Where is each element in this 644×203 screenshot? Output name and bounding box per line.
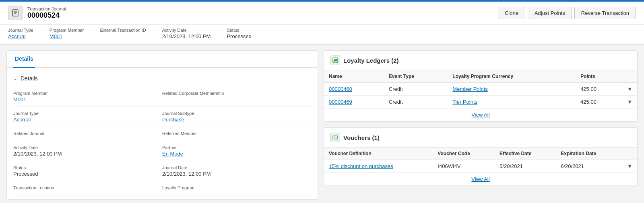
transaction-journal-icon bbox=[8, 6, 23, 20]
detail-journal-type-label: Journal Type bbox=[13, 111, 154, 116]
detail-status-label: Status bbox=[13, 165, 154, 170]
meta-activity-date-value: 2/10/2023, 12:00 PM bbox=[162, 33, 211, 39]
loyalty-ledgers-icon bbox=[330, 55, 340, 65]
col-voucher-actions-header bbox=[622, 148, 637, 160]
chevron-down-icon: ⌄ bbox=[13, 76, 17, 81]
col-event-type: Event Type bbox=[384, 70, 448, 83]
meta-program-member-value[interactable]: M001 bbox=[50, 33, 84, 39]
meta-program-member: Program Member M001 bbox=[50, 28, 84, 39]
col-loyalty-program-currency: Loyalty Program Currency bbox=[448, 70, 576, 83]
svg-point-9 bbox=[334, 137, 334, 138]
detail-journal-type: Journal Type Accrual bbox=[13, 107, 162, 127]
loyalty-ledgers-header: Loyalty Ledgers (2) bbox=[324, 51, 637, 70]
detail-partner-label: Partner bbox=[162, 145, 311, 150]
ledger-points-1: 425.00 bbox=[576, 83, 622, 96]
meta-activity-date-label: Activity Date bbox=[162, 28, 211, 33]
ledger-points-2: 425.00 bbox=[576, 96, 622, 109]
detail-activity-date-value: 2/10/2023, 12:00 PM bbox=[13, 151, 154, 157]
meta-bar: Journal Type Accrual Program Member M001… bbox=[0, 25, 644, 45]
adjust-points-button[interactable]: Adjust Points bbox=[528, 7, 572, 19]
detail-loyalty-program-label: Loyalty Program bbox=[162, 185, 311, 190]
detail-partner: Partner En Mode bbox=[162, 141, 311, 161]
vouchers-view-all-link[interactable]: View All bbox=[471, 176, 489, 182]
details-section-header[interactable]: ⌄ Details bbox=[13, 72, 311, 85]
meta-journal-type-value[interactable]: Accrual bbox=[8, 33, 33, 39]
detail-related-corporate: Related Corporate Membership bbox=[162, 87, 311, 107]
header-record-id: 00000524 bbox=[27, 11, 66, 20]
detail-activity-date-label: Activity Date bbox=[13, 145, 154, 150]
svg-rect-8 bbox=[333, 136, 338, 139]
loyalty-ledgers-table: Name Event Type Loyalty Program Currency… bbox=[324, 70, 637, 121]
ledger-name-1[interactable]: 00000468 bbox=[324, 83, 384, 96]
details-section: ⌄ Details Program Member M001 Related Co… bbox=[7, 68, 318, 199]
page-header: Transaction Journal 00000524 Clone Adjus… bbox=[0, 0, 644, 25]
header-title-area: Transaction Journal 00000524 bbox=[27, 6, 66, 20]
voucher-expiration-1: 6/20/2021 bbox=[556, 160, 622, 173]
meta-status: Status Processed bbox=[227, 28, 251, 39]
voucher-dropdown-1[interactable]: ▼ bbox=[622, 160, 637, 173]
detail-journal-subtype-label: Journal Subtype bbox=[162, 111, 311, 116]
detail-loyalty-program: Loyalty Program bbox=[162, 181, 311, 195]
vouchers-title: Vouchers (1) bbox=[343, 134, 380, 141]
col-name: Name bbox=[324, 70, 384, 83]
detail-related-corporate-label: Related Corporate Membership bbox=[162, 91, 311, 96]
tab-details[interactable]: Details bbox=[13, 51, 35, 68]
detail-related-journal-label: Related Journal bbox=[13, 131, 154, 136]
detail-journal-subtype: Journal Subtype Purchase bbox=[162, 107, 311, 127]
ledgers-view-all-row: View All bbox=[324, 109, 637, 121]
vouchers-view-all-row: View All bbox=[324, 173, 637, 186]
detail-referred-member: Referred Member bbox=[162, 127, 311, 141]
ledger-currency-2[interactable]: Tier Points bbox=[448, 96, 576, 109]
col-points: Points bbox=[576, 70, 622, 83]
ledger-event-type-2: Credit bbox=[384, 96, 448, 109]
ledger-event-type-1: Credit bbox=[384, 83, 448, 96]
detail-journal-date: Journal Date 2/10/2023, 12:00 PM bbox=[162, 161, 311, 181]
meta-external-transaction-id-label: External Transaction ID bbox=[100, 28, 146, 33]
ledger-dropdown-1[interactable]: ▼ bbox=[622, 83, 637, 96]
ledger-dropdown-2[interactable]: ▼ bbox=[622, 96, 637, 109]
vouchers-card: Vouchers (1) Voucher Definition Voucher … bbox=[324, 127, 638, 186]
detail-journal-subtype-value[interactable]: Purchase bbox=[162, 117, 311, 123]
meta-external-transaction-id: External Transaction ID bbox=[100, 28, 146, 39]
table-row: 00000469 Credit Tier Points 425.00 ▼ bbox=[324, 96, 637, 109]
main-layout: Details ⌄ Details Program Member M001 Re… bbox=[0, 45, 644, 203]
ledger-name-2[interactable]: 00000469 bbox=[324, 96, 384, 109]
meta-journal-type: Journal Type Accrual bbox=[8, 28, 33, 39]
clone-button[interactable]: Clone bbox=[498, 7, 525, 19]
detail-journal-type-value[interactable]: Accrual bbox=[13, 117, 154, 123]
vouchers-table: Voucher Definition Voucher Code Effectiv… bbox=[324, 148, 637, 186]
details-section-title: Details bbox=[21, 75, 38, 82]
detail-program-member-value[interactable]: M001 bbox=[13, 96, 154, 103]
detail-journal-date-value: 2/10/2023, 12:00 PM bbox=[162, 171, 311, 177]
header-left: Transaction Journal 00000524 bbox=[8, 6, 66, 20]
detail-related-journal: Related Journal bbox=[13, 127, 162, 141]
detail-status: Status Processed bbox=[13, 161, 162, 181]
details-panel: Details ⌄ Details Program Member M001 Re… bbox=[6, 50, 318, 200]
voucher-definition-1[interactable]: 15% discount on purchases bbox=[324, 160, 433, 173]
ledger-currency-1[interactable]: Member Points bbox=[448, 83, 576, 96]
col-voucher-definition: Voucher Definition bbox=[324, 148, 433, 160]
header-actions: Clone Adjust Points Reverse Transaction bbox=[498, 7, 636, 19]
meta-status-value: Processed bbox=[227, 33, 251, 39]
meta-activity-date: Activity Date 2/10/2023, 12:00 PM bbox=[162, 28, 211, 39]
table-row: 15% discount on purchases I406WI4V 5/20/… bbox=[324, 160, 637, 173]
right-panel: Loyalty Ledgers (2) Name Event Type Loya… bbox=[324, 50, 638, 200]
table-row: 00000468 Credit Member Points 425.00 ▼ bbox=[324, 83, 637, 96]
col-actions-header bbox=[622, 70, 637, 83]
detail-partner-value[interactable]: En Mode bbox=[162, 151, 311, 157]
reverse-transaction-button[interactable]: Reverse Transaction bbox=[574, 7, 636, 19]
detail-transaction-location-label: Transaction Location bbox=[13, 185, 154, 190]
loyalty-ledgers-title: Loyalty Ledgers (2) bbox=[343, 57, 399, 64]
detail-referred-member-label: Referred Member bbox=[162, 131, 311, 136]
voucher-effective-1: 5/20/2021 bbox=[495, 160, 556, 173]
meta-status-label: Status bbox=[227, 28, 251, 33]
voucher-code-1: I406WI4V bbox=[433, 160, 495, 173]
ledgers-view-all-link[interactable]: View All bbox=[471, 112, 489, 118]
meta-program-member-label: Program Member bbox=[50, 28, 84, 33]
panel-tabs: Details bbox=[7, 51, 318, 68]
detail-program-member-label: Program Member bbox=[13, 91, 154, 96]
detail-program-member: Program Member M001 bbox=[13, 87, 162, 107]
vouchers-icon bbox=[330, 133, 340, 142]
col-voucher-code: Voucher Code bbox=[433, 148, 495, 160]
detail-transaction-location: Transaction Location bbox=[13, 181, 162, 195]
